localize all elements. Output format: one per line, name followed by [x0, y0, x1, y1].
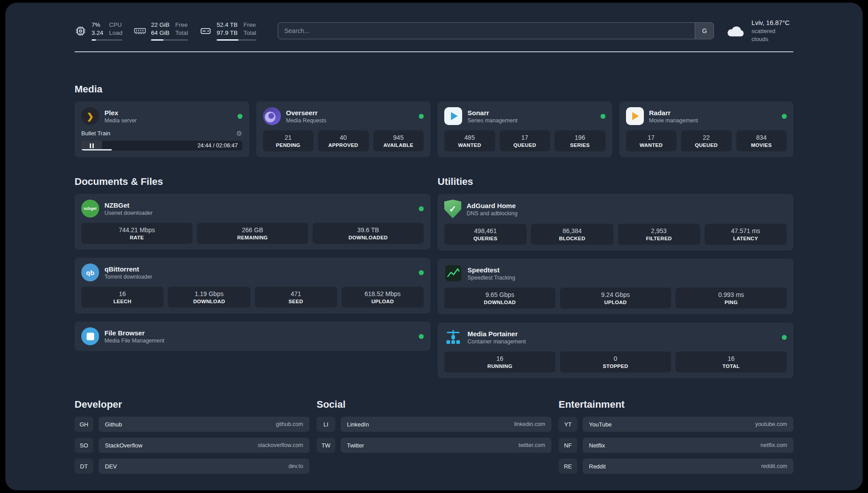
- media-grid: Plex Media server Bullet Train: [75, 101, 793, 157]
- pause-icon: [90, 143, 91, 148]
- stat-box: 17 QUEUED: [500, 130, 551, 151]
- portainer-icon: [444, 328, 462, 346]
- utilities-column: Utilities AdGuard Home DNS and adblockin…: [438, 176, 793, 378]
- cpu-widget: 7% 3.24 CPU Load: [75, 21, 122, 41]
- bookmark-twitter[interactable]: TW Twitter twitter.com: [317, 438, 551, 453]
- disk-free: 52.4 TB: [217, 21, 238, 29]
- disk-usage-bar: [217, 39, 256, 41]
- search-input[interactable]: [278, 23, 695, 39]
- status-online-dot: [419, 206, 424, 211]
- playback-time: 24:44 / 02:06:47: [197, 142, 242, 149]
- section-heading-developer: Developer: [75, 399, 309, 410]
- app-title: NZBGet: [104, 201, 153, 209]
- speedtest-icon: [444, 264, 462, 282]
- app-title: Plex: [104, 109, 137, 117]
- top-bar: 7% 3.24 CPU Load 22 GiB 64 GiB: [75, 18, 793, 44]
- app-subtitle: Container management: [467, 338, 526, 345]
- memory-widget: 22 GiB 64 GiB Free Total: [134, 21, 188, 41]
- documents-column: Documents & Files nzbget NZBGet Usenet d…: [75, 176, 430, 378]
- app-card-portainer[interactable]: Media Portainer Container management 16 …: [438, 322, 793, 378]
- section-heading-social: Social: [317, 399, 551, 410]
- stat-box: 471 SEED: [255, 287, 337, 308]
- playback-progress-bar[interactable]: 24:44 / 02:06:47: [81, 141, 242, 150]
- bookmark-reddit[interactable]: RE Reddit reddit.com: [559, 459, 793, 474]
- pause-icon: [92, 143, 94, 148]
- memory-icon: [134, 25, 146, 37]
- section-heading-documents: Documents & Files: [75, 176, 430, 188]
- memory-usage-bar: [151, 39, 188, 41]
- sonarr-icon: [444, 107, 462, 125]
- stat-box: 86,384 BLOCKED: [531, 224, 613, 245]
- bookmark-name: Github: [105, 421, 122, 428]
- plex-icon: [81, 107, 99, 125]
- nzbget-icon: nzbget: [81, 200, 99, 217]
- cpu-load: 3.24: [92, 29, 103, 37]
- bookmark-abbr: LI: [317, 417, 335, 432]
- bookmark-abbr: YT: [559, 417, 577, 432]
- bookmark-dev[interactable]: DT DEV dev.to: [75, 459, 309, 474]
- stat-box: 834 MOVIES: [736, 130, 787, 151]
- bookmark-abbr: GH: [75, 417, 93, 432]
- bookmark-name: StackOverflow: [105, 442, 142, 449]
- stat-box: 618.52 Mbps UPLOAD: [342, 287, 424, 308]
- app-subtitle: DNS and adblocking: [467, 210, 517, 217]
- weather-location: Lviv, 16.87°C: [751, 18, 793, 27]
- app-card-overseerr[interactable]: Overseerr Media Requests 21 PENDING 40 A…: [256, 101, 431, 157]
- bookmark-name: DEV: [105, 463, 117, 470]
- app-subtitle: Series management: [467, 117, 517, 124]
- status-online-dot: [782, 335, 787, 340]
- app-title: Overseerr: [286, 109, 326, 117]
- cpu-icon: [75, 25, 87, 37]
- memory-free-label: Free: [175, 21, 188, 29]
- memory-free: 22 GiB: [151, 21, 169, 29]
- bookmark-url: stackoverflow.com: [258, 442, 303, 448]
- stat-box: 9.24 Gbps UPLOAD: [560, 288, 671, 309]
- app-card-qbittorrent[interactable]: qb qBittorrent Torrent downloader 16 LEE…: [75, 258, 430, 313]
- bookmark-github[interactable]: GH Github github.com: [75, 417, 309, 432]
- app-card-nzbget[interactable]: nzbget NZBGet Usenet downloader 744.21 M…: [75, 194, 430, 250]
- stat-box: 485 WANTED: [444, 130, 495, 151]
- app-title: AdGuard Home: [467, 202, 517, 209]
- app-subtitle: Media File Management: [104, 338, 164, 344]
- bookmark-abbr: DT: [75, 459, 93, 474]
- gear-icon[interactable]: [236, 130, 242, 137]
- app-card-adguard[interactable]: AdGuard Home DNS and adblocking 498,461 …: [438, 194, 793, 251]
- qbittorrent-icon: qb: [81, 263, 99, 281]
- status-online-dot: [238, 114, 242, 119]
- disk-widget: 52.4 TB 97.9 TB Free Total: [200, 21, 256, 41]
- weather-widget[interactable]: Lviv, 16.87°C scattered clouds: [726, 18, 793, 44]
- bookmark-group-social: Social LI LinkedIn linkedin.com TW Twitt…: [317, 399, 551, 474]
- app-card-filebrowser[interactable]: File Browser Media File Management: [75, 322, 430, 351]
- stat-box: 498,461 QUERIES: [444, 224, 526, 245]
- bookmark-stackoverflow[interactable]: SO StackOverflow stackoverflow.com: [75, 438, 309, 453]
- bookmark-abbr: NF: [559, 438, 577, 453]
- status-online-dot: [419, 334, 424, 339]
- app-title: Radarr: [649, 109, 698, 117]
- bookmark-name: YouTube: [589, 421, 612, 428]
- bookmark-abbr: RE: [559, 459, 577, 474]
- bookmark-linkedin[interactable]: LI LinkedIn linkedin.com: [317, 417, 551, 432]
- app-card-radarr[interactable]: Radarr Movie management 17 WANTED 22 QUE…: [619, 101, 794, 157]
- stat-box: 47.571 ms LATENCY: [705, 224, 787, 245]
- bookmark-name: Netflix: [589, 442, 605, 449]
- bookmark-name: Reddit: [589, 463, 606, 470]
- bookmark-url: youtube.com: [755, 421, 787, 427]
- app-card-plex[interactable]: Plex Media server Bullet Train: [75, 101, 249, 157]
- filebrowser-icon: [81, 327, 99, 345]
- search-provider-button[interactable]: G: [695, 23, 714, 39]
- now-playing-title: Bullet Train: [81, 130, 110, 137]
- bookmark-youtube[interactable]: YT YouTube youtube.com: [559, 417, 793, 432]
- bookmark-url: reddit.com: [761, 463, 787, 469]
- app-card-sonarr[interactable]: Sonarr Series management 485 WANTED 17 Q…: [438, 101, 612, 157]
- cloud-icon: [726, 24, 746, 38]
- bookmark-netflix[interactable]: NF Netflix netflix.com: [559, 438, 793, 453]
- section-heading-entertainment: Entertainment: [559, 399, 793, 410]
- status-online-dot: [782, 114, 787, 119]
- bookmark-url: twitter.com: [518, 442, 545, 448]
- app-card-speedtest[interactable]: Speedtest Speedtest Tracking 9.65 Gbps D…: [438, 259, 793, 314]
- adguard-icon: [444, 200, 461, 218]
- stat-box: 9.65 Gbps DOWNLOAD: [444, 288, 555, 309]
- main-content: Media Plex Media server Bullet Train: [75, 84, 793, 474]
- status-online-dot: [601, 114, 605, 119]
- bookmark-group-entertainment: Entertainment YT YouTube youtube.com NF …: [559, 399, 793, 474]
